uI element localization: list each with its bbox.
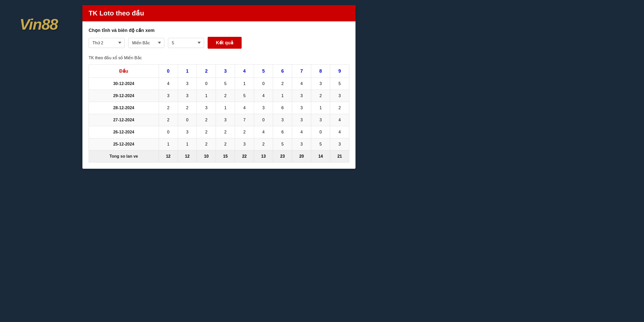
th-5: 5 [254, 65, 273, 78]
cell-value-8: 1 [311, 102, 330, 114]
cell-value-7: 3 [292, 114, 311, 126]
cell-date: 25-12-2024 [89, 138, 159, 150]
cell-value-1: 1 [178, 138, 197, 150]
cell-date: 27-12-2024 [89, 114, 159, 126]
logo-in88: in88 [29, 16, 58, 33]
cell-value-9: 3 [330, 90, 349, 102]
logo-v: V [20, 16, 29, 33]
cell-value-4: 7 [235, 114, 254, 126]
cell-value-3: 2 [216, 90, 235, 102]
cell-value-4: 4 [235, 102, 254, 114]
table-section: TK theo đầu xổ số Miền Bắc Đầu 0 1 2 3 4… [89, 54, 349, 163]
cell-value-9: 3 [330, 138, 349, 150]
cell-date: 30-12-2024 [89, 78, 159, 90]
cell-value-8: 5 [311, 138, 330, 150]
cell-value-2: 2 [197, 126, 216, 138]
cell-value-2: 3 [197, 102, 216, 114]
result-button[interactable]: Kết quả [208, 37, 242, 49]
cell-value-5: 3 [254, 102, 273, 114]
cell-value-0: 2 [159, 102, 178, 114]
th-9: 9 [330, 65, 349, 78]
cell-value-0: 4 [159, 78, 178, 90]
data-table: Đầu 0 1 2 3 4 5 6 7 8 9 [89, 64, 349, 163]
cell-value-4: 2 [235, 126, 254, 138]
filter-controls: Thứ 2 Thứ 3 Thứ 4 Thứ 5 Thứ 6 Thứ 7 Chủ … [89, 37, 349, 49]
table-row: 30-12-20244305102435 [89, 78, 349, 90]
total-value-0: 12 [159, 150, 178, 163]
cell-value-2: 2 [197, 114, 216, 126]
cell-value-5: 0 [254, 114, 273, 126]
th-2: 2 [197, 65, 216, 78]
sidebar: Vin88 [0, 0, 77, 322]
table-header-row: Đầu 0 1 2 3 4 5 6 7 8 9 [89, 65, 349, 78]
filter-label: Chọn tỉnh và biên độ cần xem [89, 28, 349, 33]
table-row: 25-12-20241122325353 [89, 138, 349, 150]
cell-value-3: 2 [216, 138, 235, 150]
card-header: TK Loto theo đầu [82, 5, 355, 21]
cell-value-6: 3 [273, 114, 292, 126]
cell-value-0: 2 [159, 114, 178, 126]
total-value-6: 23 [273, 150, 292, 163]
cell-value-8: 2 [311, 90, 330, 102]
card: TK Loto theo đầu Chọn tỉnh và biên độ cầ… [82, 5, 355, 169]
cell-value-6: 5 [273, 138, 292, 150]
cell-value-5: 0 [254, 78, 273, 90]
page-title: TK Loto theo đầu [89, 9, 349, 17]
th-dau: Đầu [89, 65, 159, 78]
logo: Vin88 [20, 15, 58, 33]
cell-value-1: 3 [178, 126, 197, 138]
cell-value-4: 3 [235, 138, 254, 150]
total-value-7: 20 [292, 150, 311, 163]
cell-value-6: 1 [273, 90, 292, 102]
table-subtitle: TK theo đầu xổ số Miền Bắc [89, 54, 349, 62]
total-value-8: 14 [311, 150, 330, 163]
cell-value-2: 2 [197, 138, 216, 150]
cell-value-7: 4 [292, 78, 311, 90]
th-4: 4 [235, 65, 254, 78]
cell-date: 28-12-2024 [89, 102, 159, 114]
cell-value-7: 3 [292, 102, 311, 114]
region-select[interactable]: Miền Bắc Miền Trung Miền Nam [128, 38, 164, 48]
cell-value-3: 3 [216, 114, 235, 126]
cell-value-9: 4 [330, 126, 349, 138]
table-body: 30-12-2024430510243529-12-20243312541323… [89, 78, 349, 163]
table-row: 28-12-20242231436312 [89, 102, 349, 114]
cell-value-8: 3 [311, 114, 330, 126]
cell-value-1: 3 [178, 90, 197, 102]
card-body: Chọn tỉnh và biên độ cần xem Thứ 2 Thứ 3… [82, 21, 355, 169]
cell-value-7: 3 [292, 90, 311, 102]
cell-value-3: 1 [216, 102, 235, 114]
number-select[interactable]: 3 4 5 6 7 [168, 38, 204, 48]
cell-value-7: 4 [292, 126, 311, 138]
filter-section: Chọn tỉnh và biên độ cần xem Thứ 2 Thứ 3… [89, 28, 349, 49]
table-row: 27-12-20242023703334 [89, 114, 349, 126]
total-value-9: 21 [330, 150, 349, 163]
cell-value-5: 4 [254, 126, 273, 138]
day-select[interactable]: Thứ 2 Thứ 3 Thứ 4 Thứ 5 Thứ 6 Thứ 7 Chủ … [89, 38, 125, 48]
main-content: TK Loto theo đầu Chọn tỉnh và biên độ cầ… [77, 0, 361, 174]
cell-value-6: 6 [273, 126, 292, 138]
cell-value-2: 0 [197, 78, 216, 90]
cell-value-5: 2 [254, 138, 273, 150]
cell-value-9: 5 [330, 78, 349, 90]
cell-value-0: 3 [159, 90, 178, 102]
cell-value-5: 4 [254, 90, 273, 102]
total-value-5: 13 [254, 150, 273, 163]
cell-value-4: 1 [235, 78, 254, 90]
cell-value-1: 0 [178, 114, 197, 126]
table-row: 29-12-20243312541323 [89, 90, 349, 102]
cell-value-3: 2 [216, 126, 235, 138]
cell-value-6: 2 [273, 78, 292, 90]
cell-date: 26-12-2024 [89, 126, 159, 138]
th-8: 8 [311, 65, 330, 78]
cell-value-6: 6 [273, 102, 292, 114]
table-row: 26-12-20240322246404 [89, 126, 349, 138]
th-6: 6 [273, 65, 292, 78]
cell-value-8: 0 [311, 126, 330, 138]
cell-value-4: 5 [235, 90, 254, 102]
th-0: 0 [159, 65, 178, 78]
cell-value-8: 3 [311, 78, 330, 90]
cell-date: 29-12-2024 [89, 90, 159, 102]
cell-value-0: 0 [159, 126, 178, 138]
cell-value-1: 2 [178, 102, 197, 114]
